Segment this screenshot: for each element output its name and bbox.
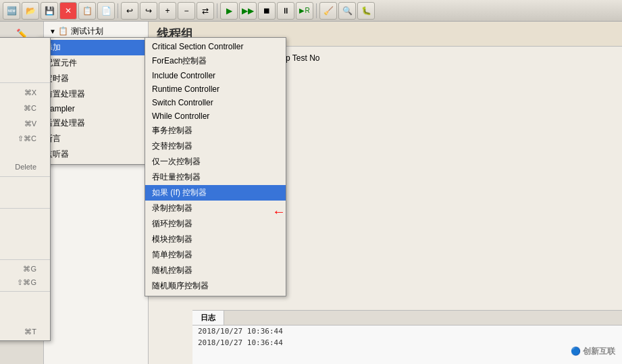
ctx-open-item[interactable]: 打开...: [0, 211, 50, 226]
ctx-copy-item[interactable]: 复制 ⌘C: [0, 101, 50, 116]
log-entry-1: 2018/10/27 10:36:44: [192, 326, 622, 337]
log-entry-2: 2018/10/27 10:36:44: [192, 337, 622, 348]
logic-runtime-item[interactable]: Runtime Controller: [145, 82, 286, 96]
logic-random-order-item[interactable]: 随机顺序控制器: [145, 278, 286, 294]
secondary-context-menu: Start Start no pauses Validate 剪切 ⌘X 复制 …: [0, 37, 51, 341]
logic-include-item[interactable]: Include Controller: [145, 69, 286, 82]
ctx-toggle-item[interactable]: Toggle ⌘T: [0, 325, 50, 338]
toolbar-remote-btn[interactable]: ⇄: [197, 2, 214, 20]
toolbar-copy-btn[interactable]: 📋: [78, 2, 96, 20]
ctx-sep3: [0, 208, 50, 209]
ctx-undo-item[interactable]: Undo: [0, 179, 50, 192]
ctx-enable-item[interactable]: 启用: [0, 294, 50, 309]
toolbar-redo-btn[interactable]: ↪: [140, 2, 157, 20]
toolbar-search-btn[interactable]: 🔍: [338, 2, 356, 20]
ctx-start-no-pause-item[interactable]: Start no pauses: [0, 53, 50, 67]
logic-switch-item[interactable]: Switch Controller: [145, 96, 286, 109]
log-area: 日志 2018/10/27 10:36:44 2018/10/27 10:36:…: [192, 310, 622, 364]
logic-alternate-item[interactable]: 交替控制器: [145, 138, 286, 154]
toolbar: 🆕 📂 💾 ✕ 📋 📄 ↩ ↪ + − ⇄ ▶ ▶▶ ⏹ ⏸ ▶R 🧹 🔍 🐛: [0, 0, 622, 22]
log-header: 日志: [192, 311, 622, 326]
logic-transaction-item[interactable]: 事务控制器: [145, 123, 286, 138]
logic-if-item[interactable]: 如果 (If) 控制器: [145, 185, 286, 201]
ctx-reset-gui-item[interactable]: Reset Gui: [0, 145, 50, 159]
toolbar-save-btn[interactable]: 💾: [41, 2, 58, 20]
ctx-sep2: [0, 176, 50, 177]
toolbar-clear-btn[interactable]: 🧹: [319, 2, 337, 20]
toolbar-stop2-btn[interactable]: ⏸: [277, 2, 294, 20]
watermark: 🔵 创新互联: [571, 346, 615, 357]
ctx-merge-item[interactable]: 合并: [0, 226, 50, 242]
toolbar-new-btn[interactable]: 🆕: [3, 2, 20, 20]
toolbar-debug-btn[interactable]: 🐛: [357, 2, 375, 20]
tree-item-test-plan[interactable]: ▼ 📋 测试计划: [44, 24, 148, 38]
toolbar-sep1: [118, 3, 118, 18]
logic-random-item[interactable]: 随机控制器: [145, 263, 286, 278]
logic-record-item[interactable]: 录制控制器: [145, 201, 286, 216]
ctx-start-item[interactable]: Start: [0, 40, 50, 53]
ctx-duplicate-item[interactable]: Duplicate ⇧⌘C: [0, 132, 50, 145]
toolbar-collapse-btn[interactable]: −: [178, 2, 195, 20]
toolbar-open-btn[interactable]: 📂: [22, 2, 39, 20]
ctx-save-screen-item[interactable]: Save Screen As Image ⇧⌘G: [0, 276, 50, 289]
toolbar-paste-btn[interactable]: 📄: [97, 2, 115, 20]
ctx-paste-item[interactable]: 粘贴 ⌘V: [0, 116, 50, 132]
toolbar-stop-btn[interactable]: ⏹: [258, 2, 276, 20]
ctx-save-node-item[interactable]: Save Node As Image ⌘G: [0, 262, 50, 276]
toolbar-run-no-pause-btn[interactable]: ▶▶: [239, 2, 257, 20]
logic-throughput-item[interactable]: 吞吐量控制器: [145, 170, 286, 185]
ctx-sep1: [0, 82, 50, 83]
ctx-save-selection-item[interactable]: 选中部分保存为...: [0, 242, 50, 257]
ctx-validate-item[interactable]: Validate: [0, 67, 50, 80]
toolbar-sep3: [316, 3, 317, 18]
toolbar-expand-btn[interactable]: +: [159, 2, 176, 20]
toolbar-run-btn[interactable]: ▶: [220, 2, 238, 20]
toolbar-remote-run-btn[interactable]: ▶R: [296, 2, 313, 20]
ctx-cut-item[interactable]: 剪切 ⌘X: [0, 85, 50, 101]
log-tab[interactable]: 日志: [192, 311, 224, 325]
ctx-disable-item[interactable]: 禁用: [0, 309, 50, 325]
toolbar-sep2: [217, 3, 217, 18]
ctx-sep5: [0, 291, 50, 292]
logic-loop-item[interactable]: 循环控制器: [145, 216, 286, 232]
logic-module-item[interactable]: 模块控制器: [145, 232, 286, 247]
ctx-delete-item[interactable]: 删除 Delete: [0, 159, 50, 174]
ctx-redo-item[interactable]: Redo: [0, 192, 50, 206]
logic-simple-item[interactable]: 简单控制器: [145, 247, 286, 263]
ctx-sep4: [0, 259, 50, 260]
logic-once-item[interactable]: 仅一次控制器: [145, 154, 286, 170]
toolbar-cut-btn[interactable]: ✕: [59, 2, 77, 20]
logic-while-item[interactable]: While Controller: [145, 109, 286, 123]
red-arrow-indicator: ←: [272, 204, 286, 219]
toolbar-undo-btn[interactable]: ↩: [121, 2, 138, 20]
logic-foreach-item[interactable]: ForEach控制器: [145, 53, 286, 69]
logic-critical-item[interactable]: Critical Section Controller: [145, 40, 286, 53]
logic-controller-submenu: Critical Section Controller ForEach控制器 I…: [145, 37, 286, 296]
